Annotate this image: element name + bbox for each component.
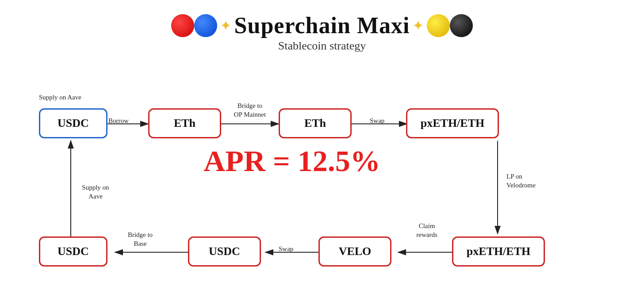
header: ✦ Superchain Maxi ✦ Stablecoin strategy (0, 0, 644, 53)
lp-on-velodrome-label: LP onVelodrome (506, 172, 536, 190)
swap-bottom-label: Swap (279, 245, 293, 253)
usdc-top-box: USDC (39, 108, 107, 138)
title-row: ✦ Superchain Maxi ✦ (0, 12, 644, 38)
diagram: USDC ETh ETh pxETH/ETH USDC USDC VELO px… (18, 75, 626, 292)
pxeth-bottom-box: pxETH/ETH (452, 236, 545, 267)
circle-yellow-icon (427, 14, 450, 37)
eth-left-box: ETh (148, 108, 221, 138)
claim-rewards-label: Claimrewards (402, 222, 451, 239)
sparkle-right-icon: ✦ (412, 17, 424, 34)
bridge-to-base-label: Bridge toBase (116, 231, 165, 248)
circle-blue-icon (194, 14, 217, 37)
velo-box: VELO (318, 236, 391, 267)
pxeth-top-box: pxETH/ETH (406, 108, 499, 138)
page: ✦ Superchain Maxi ✦ Stablecoin strategy (0, 0, 644, 301)
usdc-bottom-mid-box: USDC (188, 236, 261, 267)
bridge-to-op-label: Bridge toOP Mainnet (221, 102, 279, 119)
main-title: Superchain Maxi (234, 12, 410, 38)
supply-on-aave-bottom-label: Supply onAave (78, 183, 113, 201)
circle-red-icon (171, 14, 194, 37)
subtitle: Stablecoin strategy (0, 39, 644, 53)
supply-on-aave-top-label: Supply on Aave (39, 94, 81, 101)
swap-top-label: Swap (370, 117, 384, 125)
apr-display: APR = 12.5% (164, 144, 420, 179)
borrow-label: Borrow (108, 117, 129, 125)
sparkle-left-icon: ✦ (220, 17, 232, 34)
circle-black-icon (450, 14, 473, 37)
eth-right-box: ETh (279, 108, 352, 138)
usdc-bottom-left-box: USDC (39, 236, 107, 267)
